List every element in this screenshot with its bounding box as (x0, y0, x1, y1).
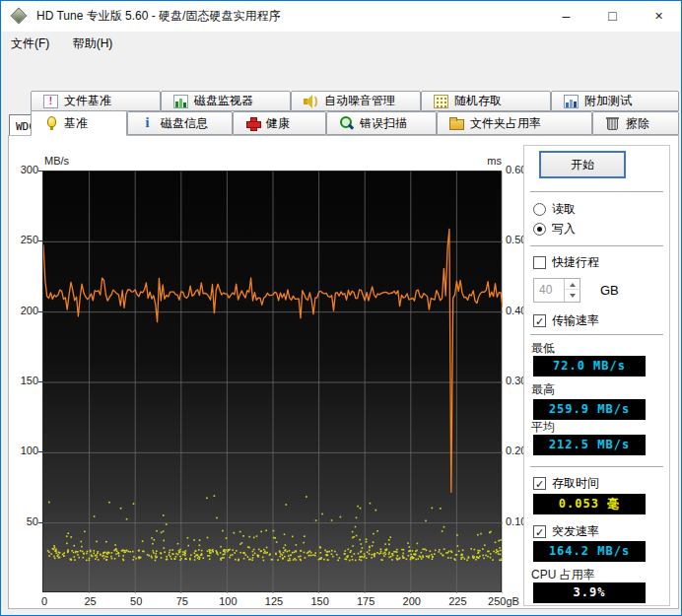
folder-icon (449, 119, 464, 130)
arrow-down-icon (570, 294, 576, 301)
extra-tests-icon (564, 95, 579, 108)
x-axis-tick: 50 (114, 595, 158, 607)
menu-file[interactable]: 文件(F) (1, 32, 59, 55)
x-axis-tick: 25 (69, 595, 112, 607)
checkbox-burst-rate[interactable]: ✓ 突发速率 (533, 523, 599, 539)
info-icon: i (140, 116, 155, 130)
cpu-usage-label: CPU 占用率 (531, 567, 595, 582)
short-stroke-box (533, 256, 546, 269)
separator (530, 191, 663, 192)
spinner-down-button[interactable] (565, 291, 580, 302)
minimize-button[interactable]: – (543, 1, 589, 32)
tab-random-access[interactable]: 随机存取 (421, 91, 551, 111)
tab-label: 擦除 (626, 115, 649, 132)
toolbar: WDC WDS250G2B0A-00SM50 (250 gB) 32℃ ↓ 退出 (1, 55, 681, 91)
y-left-tick: 50 (11, 515, 38, 527)
tab-file-benchmark[interactable]: ! 文件基准 (31, 91, 161, 111)
health-cross-icon (245, 116, 260, 130)
y-axis-right-unit: ms (474, 155, 502, 167)
arrow-up-icon (570, 280, 576, 287)
x-axis-tick: 0 (23, 595, 66, 607)
tab-disk-info[interactable]: i 磁盘信息 (127, 111, 233, 135)
tab-label: 随机存取 (454, 93, 502, 109)
radio-write[interactable]: 写入 (533, 221, 576, 237)
close-button[interactable]: × (636, 1, 682, 32)
lamp-icon (43, 116, 58, 130)
radio-read[interactable]: 读取 (533, 201, 576, 217)
magnifier-icon (339, 116, 354, 130)
tab-label: 附加测试 (584, 93, 632, 109)
access-time-display: 0.053 毫 (533, 494, 646, 514)
trash-icon (607, 118, 618, 130)
separator (530, 245, 663, 246)
transfer-rate-box: ✓ (533, 314, 546, 327)
window-title: HD Tune 专业版 5.60 - 硬盘/固态硬盘实用程序 (36, 1, 280, 32)
tab-label: 磁盘监视器 (194, 93, 253, 109)
tab-label: 自动噪音管理 (324, 93, 395, 109)
tab-benchmark[interactable]: 基准 (31, 110, 127, 136)
title-bar: HD Tune 专业版 5.60 - 硬盘/固态硬盘实用程序 – □ × (1, 1, 681, 32)
x-axis-tick: 75 (161, 595, 204, 607)
tab-disk-monitor[interactable]: 磁盘监视器 (161, 91, 291, 111)
y-left-tick: 200 (11, 305, 38, 316)
disk-monitor-icon (173, 95, 188, 108)
short-stroke-size-input[interactable]: 40 (533, 278, 580, 303)
y-left-tick: 250 (11, 234, 38, 245)
transfer-rate-label: 传输速率 (552, 312, 599, 329)
min-label: 最低 (531, 340, 555, 356)
menu-bar: 文件(F) 帮助(H) (1, 32, 681, 55)
y-left-tick: 100 (11, 445, 38, 456)
checkbox-transfer-rate[interactable]: ✓ 传输速率 (533, 312, 599, 328)
burst-rate-box: ✓ (533, 525, 546, 538)
checkbox-short-stroke[interactable]: 快捷行程 (533, 254, 599, 270)
tab-health[interactable]: 健康 (233, 111, 326, 135)
file-benchmark-icon: ! (43, 95, 58, 108)
short-stroke-value: 40 (539, 279, 552, 302)
short-stroke-label: 快捷行程 (552, 254, 599, 271)
radio-read-label: 读取 (552, 201, 576, 218)
tab-extra-tests[interactable]: 附加测试 (551, 91, 679, 111)
tab-label: 基准 (64, 115, 88, 132)
spinner-buttons (564, 279, 580, 302)
speaker-icon: ) (304, 95, 318, 108)
radio-write-circle (533, 223, 546, 236)
radio-read-circle (533, 203, 546, 216)
tab-label: 文件基准 (64, 93, 111, 109)
burst-rate-label: 突发速率 (552, 523, 599, 540)
maximize-button[interactable]: □ (589, 1, 636, 32)
y-left-tick: 150 (11, 375, 38, 386)
access-time-label: 存取时间 (552, 475, 599, 492)
y-left-tick: 300 (11, 164, 38, 175)
y-axis-left-unit: MB/s (44, 155, 69, 167)
benchmark-plot (42, 171, 502, 592)
radio-write-label: 写入 (552, 221, 576, 238)
max-value-display: 259.9 MB/s (533, 399, 646, 420)
min-value-display: 72.0 MB/s (533, 356, 646, 376)
avg-label: 平均 (531, 419, 555, 435)
x-axis-tick: 150 (299, 595, 342, 607)
tab-label: 错误扫描 (360, 115, 407, 132)
x-axis-tick: 125 (252, 595, 296, 607)
tab-auto-acoustic[interactable]: ) 自动噪音管理 (291, 91, 421, 111)
tab-label: 文件夹占用率 (470, 115, 541, 132)
access-time-box: ✓ (533, 477, 546, 490)
start-button[interactable]: 开始 (539, 151, 626, 178)
tab-folder-usage[interactable]: 文件夹占用率 (437, 111, 592, 135)
separator (530, 466, 663, 467)
app-window: HD Tune 专业版 5.60 - 硬盘/固态硬盘实用程序 – □ × 文件(… (0, 0, 682, 616)
tab-label: 磁盘信息 (161, 115, 208, 132)
spinner-up-button[interactable] (565, 279, 580, 290)
tab-error-scan[interactable]: 错误扫描 (326, 111, 437, 135)
x-axis-tick: 175 (344, 595, 387, 607)
checkbox-access-time[interactable]: ✓ 存取时间 (533, 475, 599, 491)
menu-help[interactable]: 帮助(H) (63, 32, 123, 55)
x-axis-tick: 250gB (482, 595, 525, 607)
x-axis-tick: 225 (436, 595, 479, 607)
tab-label: 健康 (266, 115, 290, 132)
cpu-usage-display: 3.9% (533, 582, 646, 603)
tab-erase[interactable]: 擦除 (592, 111, 679, 135)
burst-rate-display: 164.2 MB/s (533, 541, 646, 562)
avg-value-display: 212.5 MB/s (533, 435, 646, 455)
app-logo-icon (11, 8, 28, 25)
gb-unit-label: GB (600, 278, 619, 303)
